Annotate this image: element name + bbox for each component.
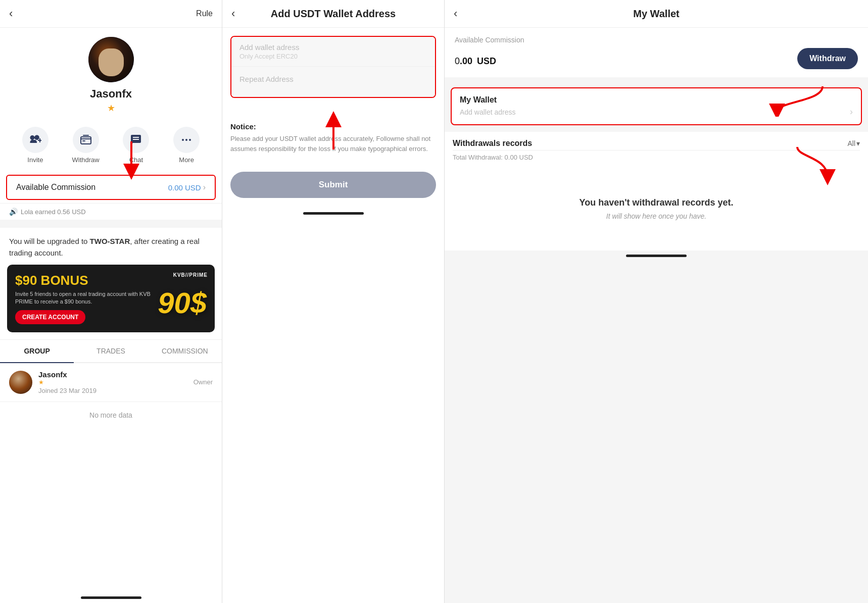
more-button[interactable]: More xyxy=(166,127,207,164)
create-account-button[interactable]: CREATE ACCOUNT xyxy=(15,310,85,324)
left-back-button[interactable]: ‹ xyxy=(9,7,25,20)
member-info: Jasonfx ★ Joined 23 Mar 2019 xyxy=(38,370,187,394)
left-header: ‹ Rule xyxy=(0,0,222,28)
tab-commission[interactable]: COMMISSION xyxy=(148,340,222,363)
wallet-chevron-icon: › xyxy=(850,107,853,117)
middle-back-button[interactable]: ‹ xyxy=(231,7,248,20)
tabs-bar: GROUP TRADES COMMISSION xyxy=(0,339,222,363)
bonus-90-text: 90$ xyxy=(158,288,207,318)
member-star-icon: ★ xyxy=(38,379,187,386)
member-role: Owner xyxy=(194,378,213,386)
bonus-amount: $90 BONUS xyxy=(15,273,158,288)
avatar-face xyxy=(99,48,124,76)
empty-title-text: You haven't withdrawal records yet. xyxy=(579,197,733,208)
withdrawals-title: Withdrawals records xyxy=(453,139,532,148)
svg-point-1 xyxy=(182,139,184,141)
wallet-address-placeholder: Add wallet adress xyxy=(239,43,427,52)
member-name: Jasonfx xyxy=(38,370,187,379)
group-list: Jasonfx ★ Joined 23 Mar 2019 Owner No mo… xyxy=(0,363,222,592)
list-item: Jasonfx ★ Joined 23 Mar 2019 Owner xyxy=(0,363,222,402)
middle-panel: ‹ Add USDT Wallet Address Add wallet adr… xyxy=(222,0,445,603)
left-panel: ‹ Rule Jasonfx ★ Invite Withdraw xyxy=(0,0,222,603)
notification-bar: 🔊 Lola earned 0.56 USD xyxy=(0,203,222,220)
speaker-icon: 🔊 xyxy=(9,208,18,216)
notif-text: Lola earned 0.56 USD xyxy=(21,208,86,216)
wallet-input-box: Add wallet adress Only Accept ERC20 Repe… xyxy=(230,36,436,98)
middle-header: ‹ Add USDT Wallet Address xyxy=(222,0,444,28)
repeat-address-placeholder: Repeat Address xyxy=(239,75,427,83)
bonus-banner: $90 BONUS Invite 5 friends to open a rea… xyxy=(7,265,215,332)
bottom-indicator-bar xyxy=(303,212,364,215)
available-amount: 0.00 USD xyxy=(455,49,496,68)
erc20-note: Only Accept ERC20 xyxy=(239,53,427,60)
svg-point-2 xyxy=(185,139,187,141)
withdraw-button[interactable]: Withdraw xyxy=(797,48,858,69)
commission-bar[interactable]: Available Commission 0.00 USD › xyxy=(6,175,216,200)
bonus-description: Invite 5 friends to open a real trading … xyxy=(15,290,158,306)
no-more-data-text: No more data xyxy=(0,402,222,428)
tab-group[interactable]: GROUP xyxy=(0,340,74,363)
middle-title: Add USDT Wallet Address xyxy=(248,8,419,20)
available-commission-section: Available Commission 0.00 USD Withdraw xyxy=(445,28,868,81)
right-panel: ‹ My Wallet Available Commission 0.00 US… xyxy=(445,0,868,603)
wallet-address-text: Add wallet adress xyxy=(460,108,516,116)
right-title: My Wallet xyxy=(470,8,843,20)
invite-icon xyxy=(22,127,49,153)
commission-chevron-icon: › xyxy=(203,183,206,192)
commission-label: Available Commission xyxy=(16,183,95,192)
bottom-indicator-bar xyxy=(626,255,687,257)
wallet-form: Add wallet adress Only Accept ERC20 Repe… xyxy=(222,28,444,114)
svg-rect-0 xyxy=(81,137,91,144)
rule-button[interactable]: Rule xyxy=(196,9,213,18)
member-avatar xyxy=(9,371,32,394)
withdraw-label: Withdraw xyxy=(72,156,100,164)
more-icon xyxy=(173,127,200,153)
username-label: Jasonfx xyxy=(90,87,132,100)
kvb-label: KVB//PRIME xyxy=(173,272,208,278)
action-buttons: Invite Withdraw Chat More xyxy=(0,119,222,172)
tab-trades[interactable]: TRADES xyxy=(74,340,148,363)
dropdown-chevron-icon: ▾ xyxy=(856,139,860,147)
all-dropdown[interactable]: All ▾ xyxy=(847,139,860,147)
avatar xyxy=(88,37,134,82)
svg-point-3 xyxy=(189,139,191,141)
withdraw-button[interactable]: Withdraw xyxy=(66,127,106,164)
user-star-icon: ★ xyxy=(107,103,115,114)
avatar-image xyxy=(88,37,134,82)
right-header: ‹ My Wallet xyxy=(445,0,868,28)
profile-section: Jasonfx ★ xyxy=(0,28,222,119)
empty-subtitle-text: It will show here once you have. xyxy=(606,212,706,220)
upgrade-text: You will be upgraded to TWO-STAR, after … xyxy=(0,224,222,265)
submit-button[interactable]: Submit xyxy=(230,172,436,198)
member-joined: Joined 23 Mar 2019 xyxy=(38,387,187,394)
commission-value: 0.00 USD xyxy=(168,183,201,192)
invite-button[interactable]: Invite xyxy=(15,127,56,164)
invite-label: Invite xyxy=(27,156,43,164)
right-back-button[interactable]: ‹ xyxy=(454,7,470,20)
withdraw-icon xyxy=(73,127,99,153)
available-commission-label: Available Commission xyxy=(455,36,858,44)
bottom-indicator-bar xyxy=(81,596,141,599)
more-label: More xyxy=(179,156,194,164)
